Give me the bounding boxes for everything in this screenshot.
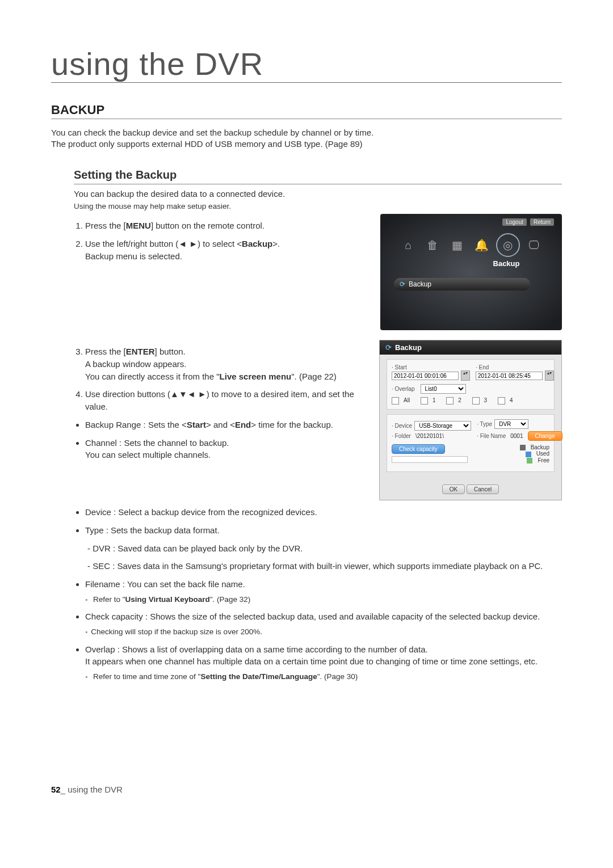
start-spinner[interactable]: ▴▾ — [461, 370, 470, 381]
bullet-check-capacity: Check capacity : Shows the size of the s… — [85, 610, 562, 637]
network-icon: 🖵 — [524, 235, 544, 255]
page-header: using the DVR — [51, 45, 562, 83]
checkbox-3[interactable] — [472, 397, 480, 404]
folder-label: · Folder — [392, 433, 411, 439]
step-1: Press the [MENU] button on the remote co… — [85, 220, 372, 232]
overlap-select[interactable]: List0 — [421, 384, 466, 394]
figure-submenu-backup: Backup — [394, 278, 530, 290]
page-number: 52 — [51, 785, 61, 794]
bullet-backup-range: Backup Range : Sets the <Start> and <End… — [85, 419, 371, 431]
end-datetime-input[interactable] — [476, 372, 543, 380]
device-select[interactable]: USB-Storage — [414, 421, 471, 431]
bullet-overlap: Overlap : Shows a list of overlapping da… — [85, 643, 562, 682]
channel-checkboxes: All 1 2 3 4 — [392, 397, 549, 404]
figure-main-menu: Logout Return ⌂ 🗑 ▦ 🔔 ◎ 🖵 Backup Backup — [380, 214, 562, 330]
section-title-backup: BACKUP — [51, 103, 562, 119]
type-label: · Type — [477, 421, 492, 427]
capacity-note: Checking will stop if the backup size is… — [85, 626, 562, 638]
record-icon: ▦ — [447, 235, 467, 255]
overlap-label: · Overlap — [392, 386, 415, 392]
checkbox-all[interactable] — [392, 397, 399, 404]
checkbox-2[interactable] — [446, 397, 454, 404]
change-button[interactable]: Change — [528, 431, 562, 441]
dialog-title: Backup — [380, 340, 561, 355]
capacity-legend: Backup Used Free — [473, 444, 549, 464]
page-footer: 52_ using the DVR — [51, 785, 562, 794]
intro-block: You can check the backup device and set … — [51, 128, 562, 149]
event-icon: 🔔 — [472, 235, 492, 255]
end-label: · End — [476, 364, 554, 370]
bullet-device: Device : Select a backup device from the… — [85, 506, 562, 519]
intro-line-2: The product only supports external HDD o… — [51, 139, 562, 149]
lead-text: You can backup the desired data to a con… — [74, 189, 562, 199]
filename-value: 0001 — [510, 433, 523, 439]
checkbox-4[interactable] — [498, 397, 505, 404]
device-label: · Device — [392, 423, 412, 429]
step-2: Use the left/right button (◄ ►) to selec… — [85, 238, 372, 263]
figure-menu-label: Backup — [380, 259, 562, 268]
footer-text: using the DVR — [68, 785, 123, 794]
filename-label: · File Name — [477, 433, 506, 439]
start-datetime-input[interactable] — [392, 372, 459, 380]
sub-title-setting-backup: Setting the Backup — [74, 168, 562, 184]
checkbox-1[interactable] — [421, 397, 428, 404]
check-capacity-button[interactable]: Check capacity — [392, 444, 445, 454]
device-icon: 🗑 — [422, 235, 443, 255]
folder-value: \20120101\ — [415, 433, 444, 439]
bullet-type: Type : Sets the backup data format. DVR … — [85, 524, 562, 572]
backup-icon: ◎ — [496, 233, 520, 257]
step-3: Press the [ENTER] button. A backup windo… — [85, 345, 371, 382]
bullet-channel: Channel : Sets the channel to backup. Yo… — [85, 437, 371, 462]
start-label: · Start — [392, 364, 470, 370]
ok-button[interactable]: OK — [442, 484, 465, 494]
figure-logout-button: Logout — [502, 218, 527, 226]
type-select[interactable]: DVR — [494, 419, 528, 429]
system-icon: ⌂ — [398, 235, 418, 255]
bullet-filename: Filename : You can set the back file nam… — [85, 578, 562, 605]
figure-backup-dialog: Backup · Start ▴▾ · — [379, 340, 562, 500]
end-spinner[interactable]: ▴▾ — [545, 370, 554, 381]
intro-line-1: You can check the backup device and set … — [51, 128, 562, 137]
bullet-type-dvr: DVR : Saved data can be played back only… — [95, 542, 562, 555]
lead-note: Using the mouse may help make setup easi… — [74, 202, 562, 210]
cancel-button[interactable]: Cancel — [467, 484, 499, 494]
figure-return-button: Return — [530, 218, 554, 226]
step-4: Use direction buttons (▲▼◄ ►) to move to… — [85, 388, 371, 413]
bullet-type-sec: SEC : Saves data in the Samsung's propri… — [95, 560, 562, 572]
